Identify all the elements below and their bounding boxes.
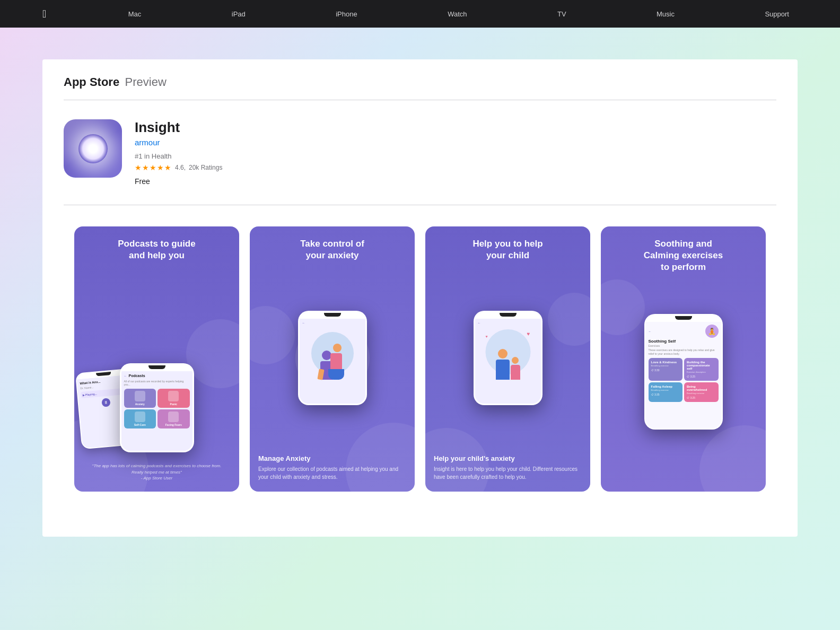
nav-item-support[interactable]: Support bbox=[756, 10, 798, 18]
star-icons: ★★★★★ bbox=[135, 163, 172, 172]
screenshot-card-3: Help you to helpyour child ← bbox=[425, 226, 590, 492]
app-rating: ★★★★★ 4.6, 20k Ratings bbox=[135, 163, 222, 172]
screenshots-section: Podcasts to guideand help you What is An… bbox=[64, 226, 776, 492]
appstore-preview: Preview bbox=[125, 75, 167, 89]
screenshot-title-4: Soothing andCalming exercisesto perform bbox=[601, 226, 766, 273]
header-divider bbox=[64, 100, 776, 100]
screenshot-title-2: Take control ofyour anxiety bbox=[250, 226, 415, 261]
apple-logo-icon[interactable]:  bbox=[42, 8, 46, 20]
nav-items:  Mac iPad iPhone Watch TV Music Support bbox=[42, 8, 798, 20]
screenshot-quote-1: "The app has lots of calming podcasts an… bbox=[74, 458, 239, 492]
appstore-title: App Store bbox=[64, 75, 119, 89]
app-rank: #1 in Health bbox=[135, 152, 222, 160]
navbar:  Mac iPad iPhone Watch TV Music Support bbox=[0, 0, 840, 28]
screenshot-desc-2: Manage Anxiety Explore our collection of… bbox=[250, 454, 415, 492]
appstore-header: App Store Preview bbox=[64, 75, 776, 89]
screenshot-title-3: Help you to helpyour child bbox=[425, 226, 590, 261]
rating-count: 20k Ratings bbox=[189, 164, 222, 171]
nav-item-mac[interactable]: Mac bbox=[120, 10, 150, 18]
app-info-divider bbox=[64, 205, 776, 205]
app-info-section: Insight armour #1 in Health ★★★★★ 4.6, 2… bbox=[64, 109, 776, 196]
screenshot-card-1: Podcasts to guideand help you What is An… bbox=[74, 226, 239, 492]
nav-item-tv[interactable]: TV bbox=[549, 10, 575, 18]
screenshot-title-1: Podcasts to guideand help you bbox=[74, 226, 239, 261]
screenshot-card-2: Take control ofyour anxiety bbox=[250, 226, 415, 492]
app-price: Free bbox=[135, 177, 222, 186]
rating-value: 4.6, bbox=[175, 164, 186, 171]
app-icon bbox=[64, 119, 122, 178]
app-name: Insight bbox=[135, 119, 222, 136]
nav-item-iphone[interactable]: iPhone bbox=[327, 10, 365, 18]
nav-item-music[interactable]: Music bbox=[648, 10, 683, 18]
screenshot-desc-3: Help your child's anxiety Insight is her… bbox=[425, 454, 590, 492]
nav-item-ipad[interactable]: iPad bbox=[223, 10, 254, 18]
app-icon-glow bbox=[78, 134, 108, 163]
app-details: Insight armour #1 in Health ★★★★★ 4.6, 2… bbox=[135, 119, 222, 186]
nav-item-watch[interactable]: Watch bbox=[439, 10, 475, 18]
screenshot-card-4: Soothing andCalming exercisesto perform … bbox=[601, 226, 766, 492]
app-developer[interactable]: armour bbox=[135, 138, 222, 147]
screenshot-desc-4 bbox=[601, 470, 766, 492]
main-content-card: App Store Preview Insight armour #1 in H… bbox=[42, 59, 798, 537]
